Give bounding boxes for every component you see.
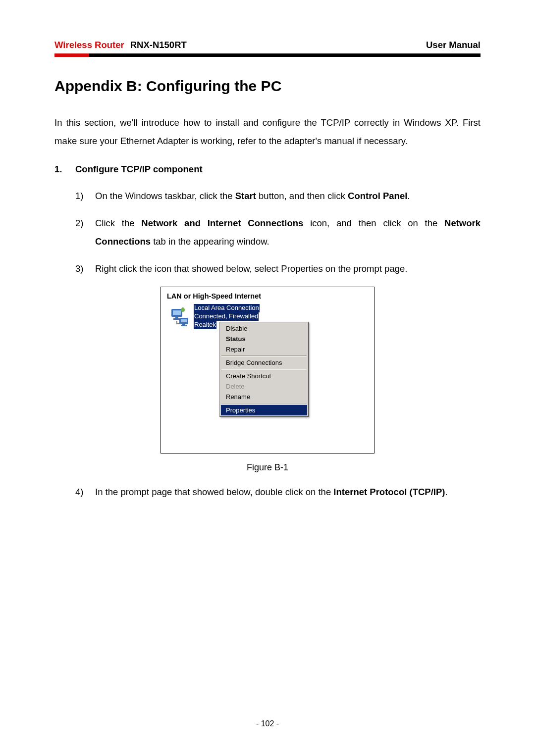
menu-item-delete: Delete	[221, 381, 307, 392]
connection-adapter: Realtek	[194, 321, 216, 329]
svg-rect-1	[173, 310, 181, 315]
page-title: Appendix B: Configuring the PC	[54, 78, 481, 95]
menu-item-rename[interactable]: Rename	[221, 392, 307, 402]
step-text: Click the Network and Internet Connectio…	[95, 218, 481, 247]
menu-item-create-shortcut[interactable]: Create Shortcut	[221, 371, 307, 381]
menu-separator	[221, 355, 307, 356]
step-text: In the prompt page that showed below, do…	[95, 487, 448, 497]
step-1: 1) On the Windows taskbar, click the Sta…	[75, 187, 481, 205]
connection-status: Connected, Firewalled	[194, 312, 259, 321]
step-number: 1)	[75, 187, 83, 205]
intro-paragraph: In this section, we'll introduce how to …	[54, 113, 481, 150]
step-3: 3) Right click the icon that showed belo…	[75, 259, 481, 278]
xp-window: LAN or High-Speed Internet Local Ar	[160, 287, 374, 454]
step-text: Right click the icon that showed below, …	[95, 263, 407, 274]
doc-type: User Manual	[426, 40, 481, 50]
menu-item-repair[interactable]: Repair	[221, 344, 307, 354]
step-4: 4) In the prompt page that showed below,…	[75, 483, 481, 501]
step-number: 3)	[75, 259, 83, 278]
product-label: Wireless Router	[54, 40, 124, 50]
page-number: - 102 -	[0, 719, 535, 728]
menu-item-bridge[interactable]: Bridge Connections	[221, 357, 307, 368]
page-header: Wireless Router RNX-N150RT User Manual	[54, 40, 481, 53]
figure-caption: Figure B-1	[247, 462, 288, 473]
context-menu: Disable Status Repair Bridge Connections…	[219, 322, 309, 417]
menu-separator	[221, 403, 307, 404]
header-underline	[54, 53, 481, 57]
connection-name: Local Area Connection	[194, 304, 260, 312]
svg-rect-5	[181, 319, 187, 322]
svg-rect-7	[181, 325, 187, 326]
svg-rect-6	[182, 324, 185, 325]
step-2: 2) Click the Network and Internet Connec…	[75, 214, 481, 251]
product-model: RNX-N150RT	[130, 40, 187, 50]
section-title: Configure TCP/IP component	[75, 164, 203, 175]
menu-item-properties[interactable]: Properties	[221, 405, 307, 415]
menu-separator	[221, 369, 307, 370]
menu-item-status[interactable]: Status	[221, 334, 307, 344]
svg-rect-2	[175, 317, 178, 318]
section-number: 1.	[54, 164, 75, 175]
section-heading: 1. Configure TCP/IP component	[54, 164, 481, 175]
step-number: 2)	[75, 214, 83, 232]
step-text: On the Windows taskbar, click the Start …	[95, 191, 410, 201]
svg-rect-3	[173, 318, 180, 320]
figure-b1: LAN or High-Speed Internet Local Ar	[54, 287, 481, 473]
menu-item-disable[interactable]: Disable	[221, 323, 307, 334]
network-connection-icon[interactable]	[170, 306, 192, 328]
step-number: 4)	[75, 483, 83, 501]
category-title: LAN or High-Speed Internet	[161, 292, 374, 304]
svg-rect-9	[182, 307, 184, 309]
